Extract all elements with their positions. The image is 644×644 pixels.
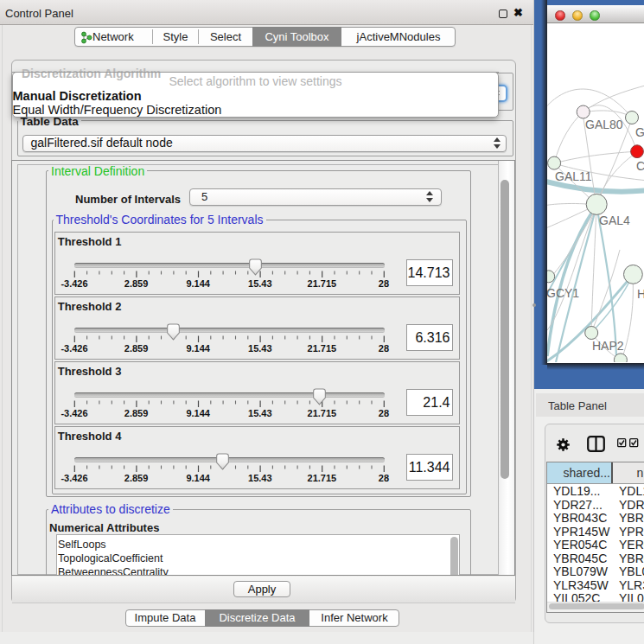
svg-text:GA: GA [635, 125, 644, 139]
svg-text:GAL80: GAL80 [585, 118, 623, 131]
svg-text:HI: HI [637, 287, 644, 301]
svg-text:GCY1: GCY1 [547, 286, 579, 300]
svg-text:GAL11: GAL11 [555, 169, 592, 183]
svg-text:GAL4: GAL4 [599, 214, 630, 227]
svg-text:HAP2: HAP2 [592, 339, 624, 353]
svg-text:CY: CY [636, 159, 644, 173]
